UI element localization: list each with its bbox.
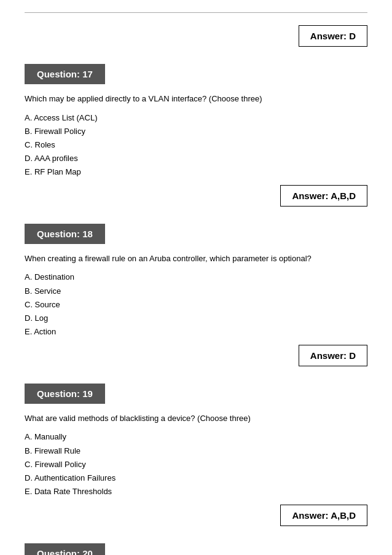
answer-17-row: Answer: A,B,D [25, 185, 367, 213]
option-item: C. Roles [25, 138, 367, 152]
option-item: B. Firewall Policy [25, 125, 367, 138]
option-item: D. AAA profiles [25, 152, 367, 165]
answer-19-text: Answer: A,B,D [292, 510, 356, 521]
answer-17-text: Answer: A,B,D [292, 191, 356, 201]
option-item: C. Firewall Policy [25, 458, 367, 471]
question-18-section: Question: 18 When creating a firewall ru… [25, 219, 367, 372]
option-item: E. Action [25, 325, 367, 339]
answer-17-box: Answer: A,B,D [280, 185, 367, 207]
question-18-text: When creating a firewall rule on an Arub… [25, 253, 367, 265]
answer-18-text: Answer: D [310, 350, 356, 361]
option-item: A. Destination [25, 270, 367, 284]
question-17-options: A. Access List (ACL) B. Firewall Policy … [25, 111, 367, 179]
question-19-options: A. Manually B. Firewall Rule C. Firewall… [25, 430, 367, 498]
option-item: B. Firewall Rule [25, 444, 367, 458]
question-18-options: A. Destination B. Service C. Source D. L… [25, 270, 367, 338]
option-item: E. RF Plan Map [25, 165, 367, 179]
answer-18-row: Answer: D [25, 345, 367, 372]
top-divider [25, 12, 367, 13]
question-17-header: Question: 17 [25, 64, 105, 84]
answer-19-box: Answer: A,B,D [280, 505, 367, 526]
preceding-answer-box: Answer: D [299, 25, 367, 47]
preceding-answer-text: Answer: D [310, 31, 356, 41]
question-20-section: Question: 20 [25, 538, 367, 555]
answer-18-box: Answer: D [299, 345, 367, 366]
option-item: D. Authentication Failures [25, 471, 367, 485]
question-18-header: Question: 18 [25, 224, 105, 244]
question-17-section: Question: 17 Which may be applied direct… [25, 59, 367, 213]
question-19-header: Question: 19 [25, 384, 105, 404]
preceding-answer-section: Answer: D [25, 25, 367, 53]
question-19-section: Question: 19 What are valid methods of b… [25, 379, 367, 532]
question-17-text: Which may be applied directly to a VLAN … [25, 93, 367, 105]
option-item: E. Data Rate Thresholds [25, 485, 367, 498]
answer-19-row: Answer: A,B,D [25, 505, 367, 532]
option-item: A. Manually [25, 430, 367, 444]
option-item: A. Access List (ACL) [25, 111, 367, 125]
question-20-header: Question: 20 [25, 543, 105, 555]
option-item: B. Service [25, 285, 367, 298]
question-19-text: What are valid methods of blacklisting a… [25, 412, 367, 425]
option-item: C. Source [25, 298, 367, 312]
option-item: D. Log [25, 312, 367, 325]
